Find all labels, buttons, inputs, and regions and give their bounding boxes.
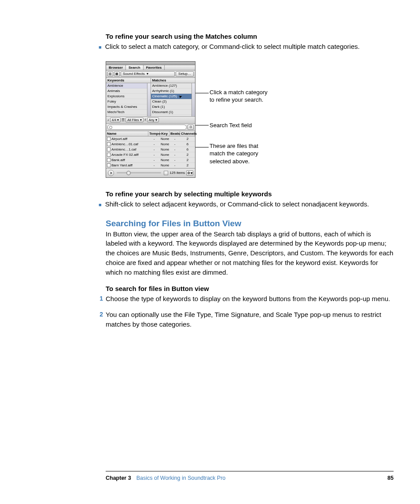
scrollbar[interactable] xyxy=(192,83,195,116)
callout-files-c: selected above. xyxy=(210,158,258,166)
step-2: 2 You can optionally use the File Type, … xyxy=(97,310,394,329)
section-title-button-view: Searching for Files in Button View xyxy=(106,219,394,228)
th-name[interactable]: Name xyxy=(106,131,148,136)
bullet-row-2: ■ Shift-click to select adjacent keyword… xyxy=(99,199,394,209)
file-type-popup[interactable]: All Files ▾ xyxy=(125,118,143,122)
file-icon xyxy=(107,147,111,151)
chapter-title: Basics of Working in Soundtrack Pro xyxy=(136,475,226,481)
search-row: ⊙ xyxy=(106,124,195,131)
go-button[interactable]: ⊙ xyxy=(188,125,194,130)
match-item[interactable]: Clean (2) xyxy=(151,99,195,104)
match-item[interactable]: Ambience (127) xyxy=(151,83,195,88)
titlebar xyxy=(106,62,195,65)
table-row[interactable]: Ambienc…1.caf-None-6 xyxy=(106,147,195,152)
table-row[interactable]: Bank.aiff-None-2 xyxy=(106,158,195,163)
filter-row: ♪ 4/4 ▾ ☰ All Files ▾ ♯ Any ▾ xyxy=(106,117,195,124)
tabs-row: Browser Search Favorites xyxy=(106,65,195,70)
th-channels[interactable]: Channels xyxy=(180,131,195,136)
chapter-label: Chapter 3 xyxy=(106,475,131,481)
bullet-text-2: Shift-click to select adjacent keywords,… xyxy=(105,199,369,209)
figure-wrap: Browser Search Favorites ▥ ▦ Sound Effec… xyxy=(106,61,394,178)
matches-column: Matches Ambience (127) Arrhythmic (1) Ci… xyxy=(151,78,195,116)
th-key[interactable]: Key xyxy=(160,131,169,136)
view-column-button[interactable]: ▥ xyxy=(107,71,113,77)
match-item[interactable]: Arrhythmic (1) xyxy=(151,88,195,94)
keyword-item[interactable]: Impacts & Crashes xyxy=(106,104,151,110)
table-row[interactable]: Barn Yard.aiff-None-2 xyxy=(106,163,195,168)
th-tempo[interactable]: Tempo xyxy=(148,131,160,136)
table-head: Name Tempo Key Beats Channels xyxy=(106,131,195,136)
file-type-icon: ☰ xyxy=(122,118,125,122)
step-number: 1 xyxy=(97,294,103,303)
match-item-selected[interactable]: Cinematic (125) ➤ xyxy=(151,94,195,99)
step-1-text: Choose the type of keywords to display o… xyxy=(106,294,390,304)
matches-head: Matches xyxy=(151,78,195,83)
gear-button[interactable]: ✲▾ xyxy=(186,170,193,176)
scale-popup[interactable]: Any ▾ xyxy=(147,118,159,122)
keywords-popup[interactable]: Sound Effects ▾ xyxy=(121,71,175,77)
page-number: 85 xyxy=(387,475,394,481)
file-icon xyxy=(107,142,111,146)
keyword-item[interactable]: Explosions xyxy=(106,94,151,99)
view-button-button[interactable]: ▦ xyxy=(114,71,120,77)
th-beats[interactable]: Beats xyxy=(169,131,180,136)
time-sig-icon: ♪ xyxy=(107,118,109,122)
play-button[interactable] xyxy=(108,170,114,176)
step-2-text: You can optionally use the File Type, Ti… xyxy=(106,310,394,329)
page-footer: Chapter 3 Basics of Working in Soundtrac… xyxy=(106,471,394,481)
callout-match-category: Click a match category xyxy=(210,88,268,96)
keyword-item[interactable]: Foley xyxy=(106,99,151,104)
scale-icon: ♯ xyxy=(144,118,146,122)
tab-favorites[interactable]: Favorites xyxy=(144,65,165,70)
search-text-field[interactable] xyxy=(107,125,187,130)
items-count: 125 items xyxy=(169,171,185,175)
table-row[interactable]: Ambienc…01.caf-None-6 xyxy=(106,142,195,147)
heading-refine-matches: To refine your search using the Matches … xyxy=(106,33,394,40)
tab-search[interactable]: Search xyxy=(126,65,144,70)
heading-refine-keywords: To refine your search by selecting multi… xyxy=(106,190,394,198)
callout-files-a: These are files that xyxy=(210,142,258,150)
match-item[interactable]: Dark (1) xyxy=(151,104,195,110)
search-panel: Browser Search Favorites ▥ ▦ Sound Effec… xyxy=(106,61,195,178)
setup-button[interactable]: Setup… xyxy=(176,71,194,77)
keyword-item[interactable]: Animals xyxy=(106,88,151,94)
tab-browser[interactable]: Browser xyxy=(106,65,126,70)
bottom-bar: 125 items ✲▾ xyxy=(106,168,195,177)
scrollbar[interactable] xyxy=(147,83,151,116)
file-icon xyxy=(107,137,111,141)
heading-search-button-view: To search for files in Button view xyxy=(106,285,394,292)
callout-search-field: Search Text field xyxy=(210,121,252,129)
keyword-item[interactable]: Ambience xyxy=(106,83,151,88)
file-icon xyxy=(107,158,111,162)
keywords-head: Keywords xyxy=(106,78,151,83)
bullet-icon: ■ xyxy=(99,44,102,51)
match-item[interactable]: Dissonant (1) xyxy=(151,110,195,115)
bullet-row-1: ■ Click to select a match category, or C… xyxy=(99,42,394,52)
step-number: 2 xyxy=(97,310,103,319)
file-icon xyxy=(107,153,111,157)
button-view-paragraph: In Button view, the upper area of the Se… xyxy=(106,229,394,277)
keywords-column: Keywords Ambience Animals Explosions Fol… xyxy=(106,78,151,116)
keyword-item[interactable]: Mech/Tech xyxy=(106,110,151,115)
bullet-icon: ■ xyxy=(99,202,102,209)
callout-files-b: match the category xyxy=(210,150,258,158)
bullet-text-1: Click to select a match category, or Com… xyxy=(105,42,360,52)
volume-slider[interactable] xyxy=(117,172,161,173)
toolbar: ▥ ▦ Sound Effects ▾ Setup… xyxy=(106,70,195,78)
file-icon xyxy=(107,163,111,167)
volume-icon xyxy=(164,171,168,175)
callout-match-category-b: to refine your search. xyxy=(210,96,268,104)
table-body: Airport.aiff-None-2 Ambienc…01.caf-None-… xyxy=(106,136,195,168)
time-sig-popup[interactable]: 4/4 ▾ xyxy=(110,118,121,122)
table-row[interactable]: Airport.aiff-None-2 xyxy=(106,136,195,142)
table-row[interactable]: Arcade FX 02.aiff-None-2 xyxy=(106,152,195,158)
step-1: 1 Choose the type of keywords to display… xyxy=(97,294,394,304)
